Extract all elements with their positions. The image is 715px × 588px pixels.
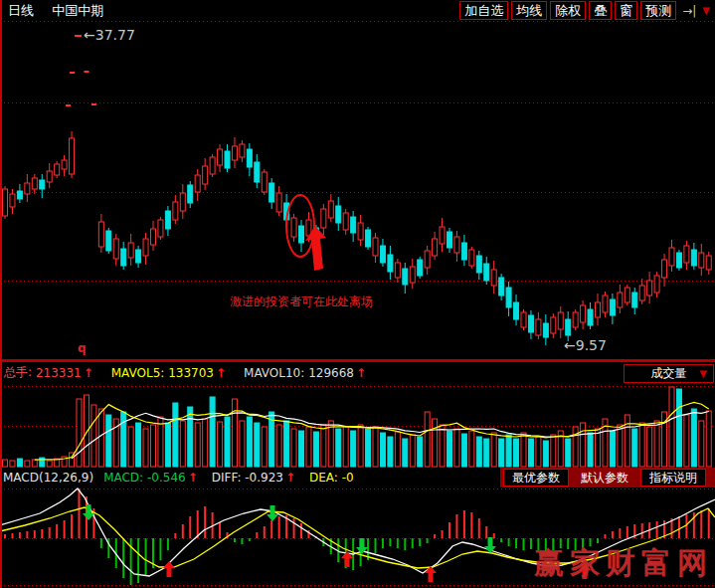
- mavol10-label: MAVOL10:: [244, 366, 304, 380]
- ex-rights-button[interactable]: 除权: [550, 1, 586, 20]
- macd-button-strip: 最优参数 默认参数 指标说明: [500, 468, 715, 488]
- stock-name: 中国中期: [52, 3, 103, 18]
- volume-header: 总手: 213331 ↑ MAVOL5: 133703 ↑ MAVOL10: 1…: [0, 360, 715, 383]
- period-label: 日线: [8, 3, 34, 18]
- indicator-dropdown-label: 成交量: [651, 365, 687, 382]
- chart-title: 日线 中国中期: [8, 2, 103, 20]
- up-arrow-icon: ↑: [356, 366, 366, 380]
- exit-annotation-text: 激进的投资者可在此处离场: [230, 294, 373, 310]
- diff-label: DIFF:: [212, 471, 242, 485]
- mavol5-value: 133703: [168, 366, 214, 380]
- chevron-down-icon[interactable]: ▼: [702, 5, 710, 16]
- left-border: [0, 0, 2, 588]
- default-params-button[interactable]: 默认参数: [572, 469, 637, 487]
- trading-app-window: 日线 中国中期 加自选 均线 除权 叠 窗 预测 →| ▼ ←37.77 ←9.…: [0, 0, 715, 588]
- next-page-icon[interactable]: →|: [682, 4, 696, 18]
- up-arrow-icon: ↑: [285, 471, 295, 485]
- chevron-down-icon: ▼: [699, 368, 707, 379]
- forecast-button[interactable]: 预测: [640, 1, 676, 20]
- macd-label: MACD:: [103, 471, 143, 485]
- overlay-button[interactable]: 叠: [589, 1, 612, 20]
- up-arrow-icon: ↑: [84, 366, 93, 380]
- mavol5-label: MAVOL5:: [111, 366, 165, 380]
- top-bar: 日线 中国中期 加自选 均线 除权 叠 窗 预测 →| ▼: [0, 0, 715, 21]
- ma-lines-button[interactable]: 均线: [511, 1, 547, 20]
- low-price-label: ←9.57: [564, 337, 607, 353]
- indicator-dropdown[interactable]: 成交量 ▼: [624, 364, 714, 383]
- up-arrow-icon: ↑: [216, 366, 226, 380]
- dea-value: -0: [342, 471, 354, 485]
- macd-params-label: MACD(12,26,9): [3, 471, 93, 485]
- indicator-help-button[interactable]: 指标说明: [640, 469, 706, 487]
- total-lots-label: 总手:: [4, 364, 32, 381]
- total-lots-value: 213331: [36, 366, 82, 380]
- volume-chart[interactable]: [0, 383, 715, 468]
- top-toolbar: 加自选 均线 除权 叠 窗 预测 →| ▼: [456, 1, 713, 20]
- high-price-label: ←37.77: [84, 27, 135, 43]
- up-arrow-icon: ↑: [188, 471, 198, 485]
- mavol10-value: 129668: [308, 366, 354, 380]
- macd-value: -0.546: [147, 471, 186, 485]
- macd-header: MACD(12,26,9) MACD: -0.546 ↑ DIFF: -0.92…: [0, 468, 715, 488]
- q-mark: q: [78, 341, 87, 355]
- window-button[interactable]: 窗: [615, 1, 637, 20]
- add-watchlist-button[interactable]: 加自选: [459, 1, 508, 20]
- optimal-params-button[interactable]: 最优参数: [503, 469, 569, 487]
- dea-label: DEA:: [309, 471, 338, 485]
- watermark-text: 赢家财富网: [534, 543, 713, 584]
- diff-value: -0.923: [245, 471, 283, 485]
